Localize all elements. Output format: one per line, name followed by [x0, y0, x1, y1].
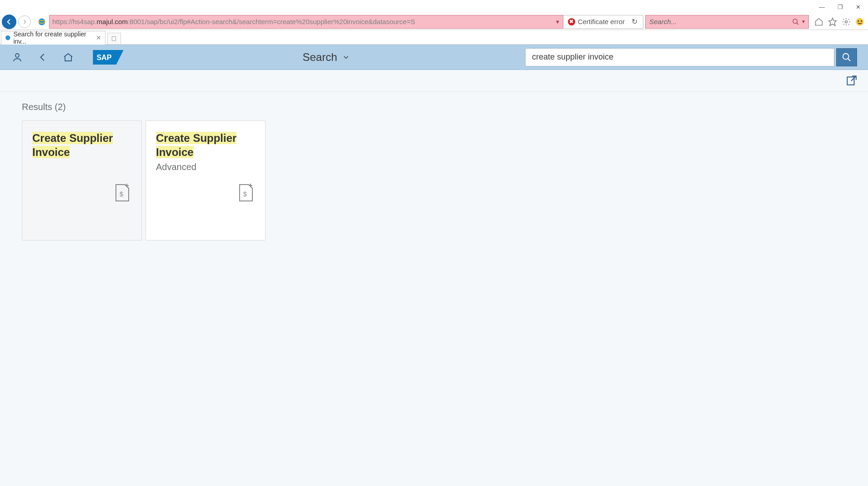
user-profile-button[interactable]: [11, 51, 24, 64]
cert-error-label: Certificate error: [578, 18, 625, 25]
results-count-label: Results (2): [22, 102, 846, 112]
tab-close-button[interactable]: ✕: [96, 34, 101, 41]
address-dropdown-icon[interactable]: ▼: [555, 19, 560, 25]
results-tile-container: Create Supplier Invoice $ Create Supplie…: [22, 120, 846, 240]
browser-search-placeholder: Search...: [649, 18, 677, 25]
browser-tab-bar: Search for create supplier inv... ✕: [0, 30, 868, 45]
fiori-header-center: Search: [140, 51, 512, 64]
refresh-button[interactable]: ↻: [630, 17, 638, 26]
svg-rect-16: [847, 77, 854, 85]
browser-toolbar-icons: [809, 17, 868, 26]
home-icon[interactable]: [814, 17, 823, 26]
fiori-search-container: [525, 48, 857, 66]
svg-point-14: [843, 53, 849, 59]
browser-tab-active[interactable]: Search for create supplier inv... ✕: [1, 31, 105, 45]
favorites-icon[interactable]: [828, 17, 837, 26]
svg-text:$: $: [243, 190, 247, 198]
search-scope-dropdown[interactable]: Search: [302, 51, 350, 64]
invoice-add-icon: $: [237, 183, 255, 205]
svg-marker-4: [829, 18, 837, 25]
browser-search-dropdown-icon[interactable]: ▼: [801, 19, 806, 24]
chevron-down-icon: [342, 53, 350, 61]
tile-subtitle: Advanced: [156, 162, 255, 172]
svg-line-3: [797, 23, 798, 25]
share-button[interactable]: [845, 75, 857, 87]
certificate-error-indicator[interactable]: ✖ Certificate error ↻: [563, 15, 643, 29]
svg-point-0: [39, 18, 45, 25]
fiori-search-button[interactable]: [836, 48, 857, 66]
svg-text:$: $: [120, 190, 123, 198]
tile-title: Create Supplier Invoice: [32, 131, 131, 159]
svg-rect-10: [112, 36, 115, 40]
nav-home-button[interactable]: [62, 51, 75, 64]
svg-point-7: [858, 20, 859, 22]
sap-logo-icon: SAP: [89, 50, 127, 65]
settings-gear-icon[interactable]: [842, 17, 851, 26]
new-tab-button[interactable]: [107, 33, 121, 45]
url-host: majul.com: [97, 18, 128, 25]
url-prefix: https://hs4sap.: [52, 18, 97, 25]
tab-title: Search for create supplier inv...: [13, 30, 91, 45]
nav-back-button[interactable]: [36, 51, 49, 64]
svg-point-2: [793, 19, 797, 23]
maximize-button[interactable]: ❐: [838, 4, 843, 10]
svg-point-9: [5, 35, 10, 40]
emoji-icon[interactable]: [855, 17, 864, 26]
browser-forward-button[interactable]: [18, 15, 31, 28]
invoice-add-icon: $: [113, 183, 131, 205]
browser-back-button[interactable]: [2, 15, 16, 29]
search-scope-label: Search: [302, 51, 337, 64]
close-window-button[interactable]: ✕: [856, 4, 861, 10]
svg-point-11: [15, 54, 19, 57]
svg-text:SAP: SAP: [96, 53, 111, 61]
address-bar[interactable]: https://hs4sap.majul.com:8001/sap/bc/ui2…: [49, 15, 563, 29]
browser-nav-bar: https://hs4sap.majul.com:8001/sap/bc/ui2…: [0, 14, 868, 30]
browser-search-icon[interactable]: [792, 18, 799, 25]
results-toolbar: [0, 70, 868, 92]
search-results-content: Results (2) Create Supplier Invoice $ Cr…: [0, 92, 868, 486]
tile-title: Create Supplier Invoice: [156, 131, 255, 159]
window-controls: — ❐ ✕: [0, 0, 868, 14]
svg-point-8: [861, 20, 862, 22]
minimize-button[interactable]: —: [819, 4, 825, 10]
svg-point-5: [845, 20, 848, 23]
fiori-shell-header: SAP Search: [0, 45, 868, 70]
browser-search-box[interactable]: Search... ▼: [645, 15, 809, 29]
url-path: :8001/sap/bc/ui2/flp#Action-search&/sear…: [128, 18, 415, 25]
cert-error-icon: ✖: [568, 18, 575, 25]
tile-create-supplier-invoice-advanced[interactable]: Create Supplier Invoice Advanced $: [146, 120, 266, 240]
search-icon: [842, 52, 852, 62]
ie-logo-icon: [37, 17, 46, 26]
ie-favicon-icon: [5, 35, 10, 41]
tile-create-supplier-invoice[interactable]: Create Supplier Invoice $: [22, 120, 142, 240]
svg-line-15: [848, 58, 851, 61]
svg-point-6: [856, 18, 864, 25]
fiori-search-input[interactable]: [525, 48, 834, 66]
